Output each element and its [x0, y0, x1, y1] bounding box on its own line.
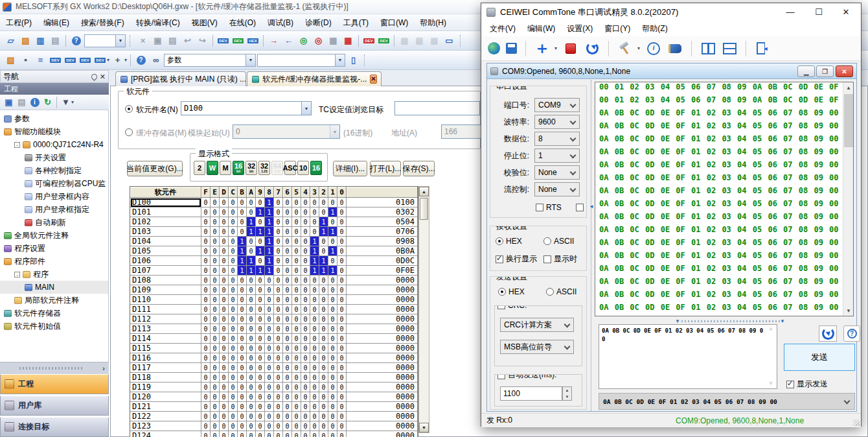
- bit-cell[interactable]: 0: [238, 344, 247, 353]
- bit-cell[interactable]: 1: [319, 217, 328, 227]
- bit-cell[interactable]: 0: [292, 305, 301, 314]
- bit-cell[interactable]: 0: [247, 421, 256, 431]
- bit-cell[interactable]: 0: [229, 363, 238, 373]
- tree-item[interactable]: 用户登录框指定: [0, 203, 108, 216]
- bit-cell[interactable]: 0: [201, 295, 211, 305]
- bit-cell[interactable]: 0: [310, 363, 319, 373]
- bit-cell[interactable]: 0: [247, 344, 256, 353]
- tree-item[interactable]: -程序: [0, 268, 108, 281]
- bit-cell[interactable]: 0: [337, 373, 347, 383]
- value-cell[interactable]: 0000: [347, 324, 418, 334]
- bit-cell[interactable]: 0: [328, 256, 337, 266]
- minimize-button[interactable]: —: [777, 3, 804, 21]
- table-vertical-scrollbar[interactable]: ▲ ▼: [418, 186, 429, 433]
- bit-cell[interactable]: 0: [283, 207, 292, 217]
- serial-setting-combobox[interactable]: 9600: [534, 115, 580, 129]
- doc-close-button[interactable]: ✕: [836, 65, 853, 77]
- redo-icon[interactable]: ↪: [196, 34, 209, 47]
- bit-cell[interactable]: 0: [211, 421, 220, 431]
- bit-cell[interactable]: 0: [220, 227, 229, 237]
- bit-cell[interactable]: 0: [265, 295, 274, 305]
- device-cell[interactable]: D117: [130, 363, 201, 373]
- bit-cell[interactable]: 0: [211, 412, 220, 421]
- monitor-write-mode-icon[interactable]: ◎: [312, 34, 325, 47]
- bit-cell[interactable]: 0: [220, 421, 229, 431]
- paste-icon[interactable]: ▤: [166, 34, 179, 47]
- bit-cell[interactable]: 0: [328, 421, 337, 431]
- bit-cell[interactable]: 0: [319, 363, 328, 373]
- bit-cell[interactable]: 0: [238, 305, 247, 314]
- bit-cell[interactable]: 0: [274, 353, 283, 363]
- bit-cell[interactable]: 1: [319, 256, 328, 266]
- bit-cell[interactable]: 0: [328, 295, 337, 305]
- bit-cell[interactable]: 0: [337, 266, 347, 276]
- bit-cell[interactable]: 0: [229, 305, 238, 314]
- bit-cell[interactable]: 0: [265, 285, 274, 295]
- bit-cell[interactable]: 0: [292, 421, 301, 431]
- tree-item[interactable]: 全局软元件注释: [0, 229, 108, 242]
- bit-cell[interactable]: 0: [283, 353, 292, 363]
- bit-cell[interactable]: 0: [247, 237, 256, 246]
- bit-cell[interactable]: 0: [283, 276, 292, 285]
- bit-cell[interactable]: 0: [229, 198, 238, 207]
- bit-cell[interactable]: 0: [256, 402, 265, 412]
- format-asc-button[interactable]: ASC: [284, 161, 296, 175]
- bit-cell[interactable]: 0: [283, 383, 292, 392]
- exit-icon[interactable]: [755, 41, 770, 56]
- bit-cell[interactable]: 1: [256, 227, 265, 237]
- toolbar-combobox[interactable]: ▼: [84, 34, 126, 47]
- paste-icon[interactable]: ▤: [16, 96, 28, 108]
- device-cell[interactable]: D114: [130, 334, 201, 344]
- device-cell[interactable]: D101: [130, 207, 201, 217]
- bit-cell[interactable]: 0: [319, 334, 328, 344]
- horizontal-splitter[interactable]: ▼▼: [675, 318, 785, 324]
- bit-cell[interactable]: 1: [265, 266, 274, 276]
- bit-cell[interactable]: 0: [283, 324, 292, 334]
- device-cell[interactable]: D102: [130, 217, 201, 227]
- bit-cell[interactable]: 0: [220, 305, 229, 314]
- bit-cell[interactable]: 1: [256, 266, 265, 276]
- bit-cell[interactable]: 0: [292, 198, 301, 207]
- bit-cell[interactable]: 0: [337, 227, 347, 237]
- bit-cell[interactable]: 0: [229, 431, 238, 437]
- receive-scrollbar[interactable]: ▲ ▼: [843, 82, 854, 316]
- bit-cell[interactable]: 0: [247, 334, 256, 344]
- bit-cell[interactable]: 0: [274, 295, 283, 305]
- bit-cell[interactable]: 0: [292, 256, 301, 266]
- bit-cell[interactable]: 0: [283, 421, 292, 431]
- bit-cell[interactable]: 0: [238, 285, 247, 295]
- value-cell[interactable]: 0000: [347, 314, 418, 324]
- bit-cell[interactable]: 0: [211, 246, 220, 256]
- value-cell[interactable]: 0000: [347, 392, 418, 402]
- bit-cell[interactable]: 0: [211, 227, 220, 237]
- tree-expander-icon[interactable]: -: [14, 272, 20, 278]
- close-icon[interactable]: ✕: [100, 73, 106, 80]
- bit-cell[interactable]: 0: [310, 392, 319, 402]
- menu-item[interactable]: 在线(O): [223, 16, 262, 29]
- bit-cell[interactable]: 0: [220, 363, 229, 373]
- tree-expander-icon[interactable]: -: [14, 142, 20, 148]
- bit-cell[interactable]: 1: [328, 207, 337, 217]
- bit-cell[interactable]: 1: [247, 266, 256, 276]
- bit-cell[interactable]: 0: [229, 373, 238, 383]
- bit-cell[interactable]: 0: [301, 334, 310, 344]
- bit-cell[interactable]: 0: [211, 344, 220, 353]
- bit-cell[interactable]: 0: [310, 412, 319, 421]
- bit-cell[interactable]: 0: [319, 285, 328, 295]
- device-cell[interactable]: D100: [130, 198, 201, 207]
- bit-cell[interactable]: 0: [238, 207, 247, 217]
- value-cell[interactable]: 0F0E: [347, 266, 418, 276]
- device-display-icon[interactable]: DEV: [93, 53, 107, 67]
- scroll-down-icon[interactable]: ▼: [843, 305, 854, 316]
- bit-cell[interactable]: 1: [238, 246, 247, 256]
- bit-cell[interactable]: 0: [292, 276, 301, 285]
- bit-cell[interactable]: 0: [229, 383, 238, 392]
- bit-cell[interactable]: 0: [256, 373, 265, 383]
- bit-cell[interactable]: 1: [265, 246, 274, 256]
- serial-setting-combobox[interactable]: None: [534, 165, 580, 180]
- device-search-icon[interactable]: +: [111, 53, 124, 67]
- bit-cell[interactable]: 0: [319, 198, 328, 207]
- bit-cell[interactable]: 0: [238, 227, 247, 237]
- bit-cell[interactable]: 0: [247, 431, 256, 437]
- bit-cell[interactable]: 0: [274, 305, 283, 314]
